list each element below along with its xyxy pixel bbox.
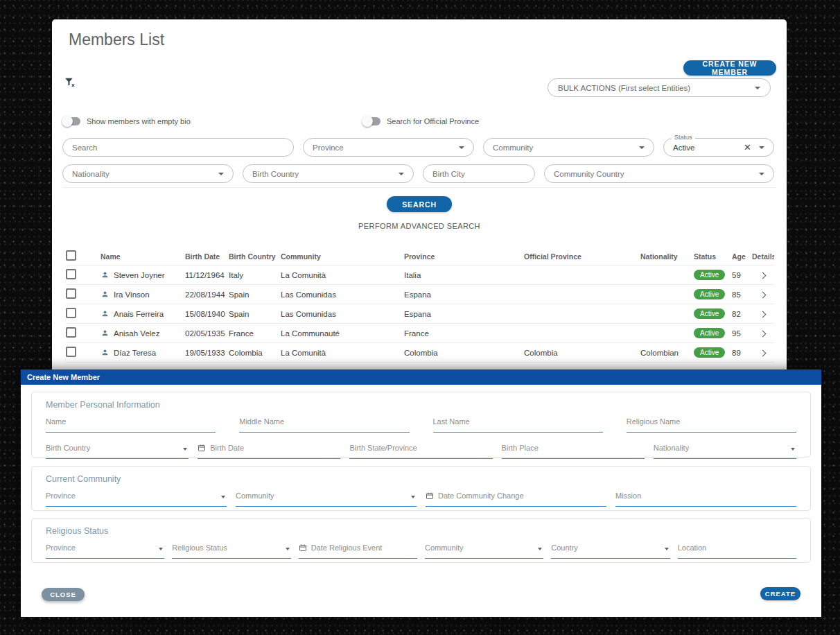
birth-place-field[interactable]: Birth Place	[502, 444, 645, 459]
clear-filters-icon[interactable]	[64, 76, 76, 89]
nationality-select[interactable]	[62, 164, 234, 183]
status-field-label: Status	[672, 134, 695, 141]
members-list-card: Members List CREATE NEW MEMBER BULK ACTI…	[52, 19, 787, 369]
community-select[interactable]: Community	[236, 492, 417, 507]
row-checkbox[interactable]	[66, 269, 76, 279]
section-personal-info: Member Personal Information Name Middle …	[31, 392, 811, 458]
table-header-row: Name Birth Date Birth Country Community …	[66, 247, 774, 266]
bulk-actions-select[interactable]: BULK ACTIONS (First select Entities)	[548, 78, 771, 97]
calendar-icon[interactable]	[426, 492, 434, 500]
toggle-official-province[interactable]: Search for Official Province	[362, 115, 479, 128]
birth-date: 02/05/1935	[185, 329, 229, 338]
nationality-select[interactable]: Nationality	[654, 444, 796, 459]
details-chevron-icon[interactable]	[760, 291, 767, 298]
community: Las Comunidas	[281, 290, 404, 299]
community: Las Comunidas	[281, 310, 404, 318]
status-value: Active	[673, 143, 744, 152]
province-select[interactable]	[303, 138, 474, 157]
chevron-down-icon	[759, 146, 764, 149]
search-field[interactable]	[62, 138, 294, 157]
status-badge: Active	[694, 270, 725, 280]
date-community-change-field[interactable]: Date Community Change	[426, 492, 606, 507]
province: Colombia	[404, 349, 524, 357]
calendar-icon[interactable]	[198, 444, 206, 452]
close-button[interactable]: CLOSE	[42, 588, 85, 601]
community-select[interactable]	[483, 138, 654, 157]
create-new-member-button[interactable]: CREATE NEW MEMBER	[683, 60, 776, 76]
search-button[interactable]: SEARCH	[387, 196, 452, 212]
birth-country-select[interactable]	[243, 164, 414, 183]
religious-country-select[interactable]: Country	[551, 543, 670, 559]
col-age: Age	[732, 252, 752, 261]
create-button[interactable]: CREATE	[760, 587, 800, 600]
details-chevron-icon[interactable]	[760, 311, 767, 318]
birth-country: Italy	[229, 271, 281, 279]
community-country-select[interactable]	[544, 164, 774, 183]
religious-name-field[interactable]: Religious Name	[627, 417, 796, 433]
section-current-community: Current Community Province Community Dat…	[31, 466, 811, 511]
religious-community-select[interactable]: Community	[425, 543, 543, 559]
birth-country: France	[229, 329, 281, 338]
toggle-empty-bio-label: Show members with empty bio	[87, 117, 191, 125]
age: 59	[732, 271, 752, 279]
community-province-select[interactable]: Province	[46, 492, 227, 507]
table-row: Anais Ferreira 15/08/1940 Spain Las Comu…	[66, 304, 774, 324]
row-checkbox[interactable]	[66, 327, 76, 338]
details-chevron-icon[interactable]	[760, 330, 767, 337]
clear-status-icon[interactable]: ✕	[744, 143, 751, 152]
calendar-icon[interactable]	[299, 543, 307, 552]
province-input[interactable]	[313, 143, 459, 152]
col-name: Name	[100, 252, 185, 261]
name-field[interactable]: Name	[46, 417, 216, 433]
col-details: Details	[752, 252, 774, 261]
religious-status-select[interactable]: Religious Status	[172, 543, 290, 559]
details-chevron-icon[interactable]	[760, 272, 767, 279]
birth-city-field[interactable]	[423, 164, 535, 183]
page-title: Members List	[69, 31, 164, 49]
modal-title: Create New Member	[27, 373, 100, 381]
advanced-search-link[interactable]: PERFORM ADVANCED SEARCH	[52, 222, 787, 230]
toggle-empty-bio[interactable]: Show members with empty bio	[62, 115, 191, 128]
age: 85	[732, 290, 752, 299]
member-name: Ira Vinson	[114, 290, 150, 299]
age: 95	[732, 329, 752, 338]
member-name: Díaz Teresa	[114, 349, 156, 357]
select-all-checkbox[interactable]	[66, 250, 76, 261]
person-icon	[100, 348, 110, 357]
row-checkbox[interactable]	[66, 347, 76, 357]
last-name-field[interactable]: Last Name	[433, 417, 603, 433]
community-input[interactable]	[493, 143, 639, 152]
status-select[interactable]: Status Active ✕	[663, 138, 774, 157]
modal-header: Create New Member	[21, 369, 821, 385]
birth-date-field[interactable]: Birth Date	[198, 444, 340, 459]
chevron-down-icon	[221, 496, 225, 498]
birth-country-select[interactable]: Birth Country	[46, 444, 189, 459]
chevron-down-icon	[639, 146, 645, 149]
table-row: Ira Vinson 22/08/1944 Spain Las Comunida…	[66, 285, 774, 304]
date-religious-event-field[interactable]: Date Religious Event	[299, 543, 417, 559]
nationality-input[interactable]	[72, 170, 218, 178]
row-checkbox[interactable]	[66, 288, 76, 299]
person-icon	[100, 329, 110, 338]
birth-state-field[interactable]: Birth State/Province	[349, 444, 492, 459]
birth-country-input[interactable]	[252, 170, 399, 178]
chevron-down-icon	[399, 173, 404, 175]
middle-name-field[interactable]: Middle Name	[239, 417, 409, 433]
birth-country: Colombia	[229, 349, 281, 357]
religious-province-select[interactable]: Province	[46, 543, 164, 559]
chevron-down-icon	[159, 548, 163, 550]
col-nationality: Nationality	[640, 252, 694, 261]
search-input[interactable]	[72, 143, 284, 152]
row-checkbox[interactable]	[66, 308, 76, 318]
toggle-switch[interactable]	[362, 117, 380, 125]
mission-field[interactable]: Mission	[615, 492, 796, 507]
col-birth-date: Birth Date	[185, 252, 229, 261]
birth-city-input[interactable]	[432, 170, 525, 178]
location-field[interactable]: Location	[678, 543, 796, 559]
details-chevron-icon[interactable]	[760, 349, 767, 356]
col-birth-country: Birth Country	[229, 252, 281, 261]
toggle-switch[interactable]	[62, 117, 80, 125]
community-country-input[interactable]	[554, 170, 759, 178]
status-badge: Active	[694, 328, 725, 338]
status-badge: Active	[694, 289, 725, 299]
